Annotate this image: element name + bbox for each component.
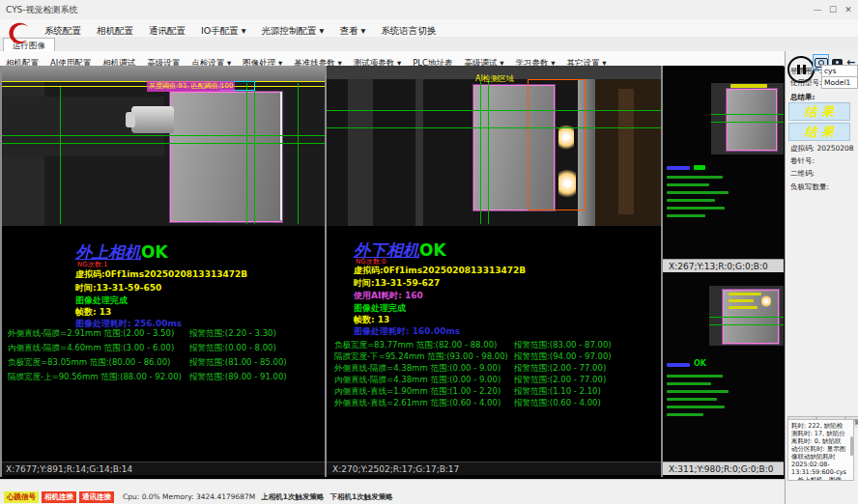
close-button[interactable]: ✕	[841, 3, 856, 16]
alarm-range: 报警范围:(1.10 - 2.10)	[514, 386, 601, 396]
model-label: 使用型号:	[790, 78, 822, 88]
small-bottom-text-line	[667, 382, 711, 385]
left-green-vline-3	[254, 83, 255, 224]
left-measure-row: 内侧直线-隔膜=4.60mm 范围:(3.00 - 6.00)	[8, 343, 174, 354]
mid-measure-row: 外侧直线-隔膜=4.38mm 范围:(0.00 - 9.00)	[334, 363, 500, 375]
window-title: CYS-视觉检测系统	[6, 4, 78, 16]
small-bottom-text-line	[667, 390, 729, 393]
left-battery-region	[170, 92, 282, 222]
mid-measure-row: 内侧直线-隔膜=4.38mm 范围:(0.00 - 9.00)	[334, 375, 500, 386]
mid-image-column-2	[415, 79, 423, 226]
small-top-battery	[727, 89, 777, 151]
left-measure-row: 外侧直线-隔膜=2.91mm 范围:(2.00 - 3.50)	[8, 328, 174, 340]
cpu-memory-readout: Cpu: 0.0% Memory: 3424.4179687M	[123, 492, 255, 501]
mid-barcode: 虚拟码:0Ff1ims2025020813313472B	[354, 265, 526, 277]
left-battery-edge-highlight	[280, 92, 282, 220]
measure-name: 内侧直线-隔膜=4.38mm 范围:(0.00 - 9.00)	[334, 375, 500, 384]
left-image-top-band	[0, 66, 325, 81]
mid-measure-row: 负极宽度=83.77mm 范围:(82.00 - 88.00)	[334, 340, 497, 351]
write-count-label: 负极写数量:	[790, 182, 829, 192]
app-logo-icon	[5, 20, 32, 47]
mid-alarm-row: 报警范围:(2.00 - 77.00)	[514, 363, 606, 375]
model-field[interactable]: Model1	[821, 76, 858, 89]
mid-camera-ok: OK	[419, 240, 446, 260]
small-bottom-glow-spot	[761, 295, 771, 307]
left-threshold-label: 灰度阈值:93, 匹配阈值:100	[147, 81, 235, 92]
mid-brown-column	[618, 89, 634, 214]
qr-code-label: 二维码:	[790, 169, 815, 179]
mid-green-vline-1	[480, 81, 481, 224]
left-measure-row: 隔膜宽度-上=90.56mm 范围:(88.00 - 92.00)	[8, 372, 182, 383]
mid-glow-spot-2	[558, 168, 576, 199]
panel-separator	[325, 66, 327, 477]
small-top-green-hline-2	[711, 122, 784, 123]
log-text-area[interactable]: 耗时: 222, 缺陷检测耗时: 17, 缺陷分离耗时: 0, 缺陷联动分区耗时…	[787, 419, 854, 481]
mid-alarm-row: 报警范围:(1.10 - 2.10)	[514, 386, 601, 398]
mid-alarm-row: 报警范围:(0.60 - 4.00)	[514, 398, 601, 409]
status-bar: 心跳信号相机连接通讯连接Cpu: 0.0% Memory: 3424.41796…	[0, 479, 785, 504]
small-bottom-yellow-text-3	[729, 306, 758, 309]
tab-strip	[0, 37, 858, 52]
camera-link-badge: 相机连接	[42, 491, 76, 503]
small-top-text-line	[667, 199, 715, 202]
mid-ai-time: 使用AI耗时: 160	[354, 290, 423, 302]
result-box-2: 结 果	[788, 123, 850, 141]
small-top-coords-bar: X:267;Y:13;R:0;G:0;B:0	[663, 259, 784, 272]
login-user-label: 登录用户:	[790, 67, 822, 76]
small-bottom-text-line	[667, 398, 717, 401]
menu-items: 系统配置相机配置通讯配置IO手配置 ▾光源控制配置 ▾查看 ▾系统语言切换	[37, 19, 443, 37]
mid-alarm-row: 报警范围:(83.00 - 87.00)	[514, 340, 612, 351]
small-bottom-green-hline-2	[709, 324, 784, 325]
small-bottom-text-line	[667, 406, 725, 408]
needle-number-label: 卷针号:	[790, 156, 815, 166]
left-measure-row: 负极宽度=83.05mm 范围:(80.00 - 86.00)	[8, 357, 170, 369]
mid-time: 时间:13-31-59-627	[354, 277, 440, 290]
small-top-text-line	[667, 207, 725, 210]
small-top-text-line	[667, 191, 729, 194]
log-scrollbar[interactable]	[850, 436, 853, 456]
measure-name: 隔膜宽度-上=90.56mm 范围:(88.00 - 92.00)	[8, 372, 182, 381]
mid-proc-time: 图像处理耗时: 160.00ms	[354, 325, 460, 338]
small-top-text-line	[667, 176, 723, 179]
lower-camera-trigger-status: 下相机1次触发策略	[330, 492, 393, 502]
mid-measure-row: 外侧直线-直线=2.61mm 范围:(0.60 - 4.00)	[334, 398, 500, 409]
mid-green-hline-2	[327, 127, 661, 128]
minimize-button[interactable]: —	[810, 3, 825, 16]
maximize-button[interactable]: ☐	[825, 3, 841, 16]
sidebar-barcode: 虚拟码: 20250208	[790, 144, 854, 154]
measure-name: 内侧直线-直线=1.90mm 范围:(1.00 - 2.20)	[334, 386, 500, 396]
small-bottom-green-hline-1	[709, 317, 784, 318]
small-top-yellow-label	[730, 84, 767, 88]
measure-name: 内侧直线-隔膜=4.60mm 范围:(3.00 - 6.00)	[8, 343, 174, 352]
alarm-range: 报警范围:(2.00 - 77.00)	[514, 375, 606, 384]
left-connector-tip	[126, 112, 135, 127]
toolbar: 相机配置AI使用配置相机调试高级设置点检设置 ▾图像处理 ▾基准线参数 ▾测试项…	[0, 51, 858, 67]
left-alarm-row: 报警范围:(81.00 - 85.00)	[189, 357, 287, 369]
small-bottom-yellow-text-2	[729, 299, 754, 302]
alarm-range: 报警范围:(89.00 - 91.00)	[189, 372, 287, 381]
heartbeat-badge: 心跳信号	[4, 491, 39, 503]
comm-link-badge: 通讯连接	[79, 491, 114, 503]
mid-alarm-row: 报警范围:(94.00 - 97.00)	[514, 351, 612, 363]
mid-alarm-row: 报警范围:(2.00 - 77.00)	[514, 375, 606, 386]
alarm-range: 报警范围:(0.60 - 4.00)	[514, 398, 601, 407]
left-camera-name: 外上相机	[75, 242, 141, 262]
left-green-hline-2	[0, 143, 325, 144]
left-green-vline-2	[246, 83, 247, 224]
panel-left-edge	[0, 66, 2, 477]
small-bottom-title-bar	[667, 363, 690, 367]
alarm-range: 报警范围:(2.00 - 77.00)	[514, 363, 606, 373]
alarm-range: 报警范围:(0.00 - 8.00)	[189, 343, 276, 352]
total-result-label: 总结果:	[790, 93, 815, 102]
left-connector-pin	[131, 106, 174, 133]
left-alarm-row: 报警范围:(2.20 - 3.30)	[189, 328, 276, 340]
mid-orange-rect	[528, 79, 586, 210]
alarm-range: 报警范围:(94.00 - 97.00)	[514, 351, 612, 361]
alarm-range: 报警范围:(83.00 - 87.00)	[514, 340, 612, 350]
measure-name: 外侧直线-隔膜=4.38mm 范围:(0.00 - 9.00)	[334, 363, 500, 373]
measure-name: 外侧直线-隔膜=2.91mm 范围:(2.00 - 3.50)	[8, 328, 174, 338]
left-camera-ok: OK	[141, 242, 168, 262]
left-alarm-row: 报警范围:(0.00 - 8.00)	[189, 343, 276, 354]
measure-name: 负极宽度=83.05mm 范围:(80.00 - 86.00)	[8, 357, 170, 367]
left-green-hline-1	[0, 135, 325, 136]
